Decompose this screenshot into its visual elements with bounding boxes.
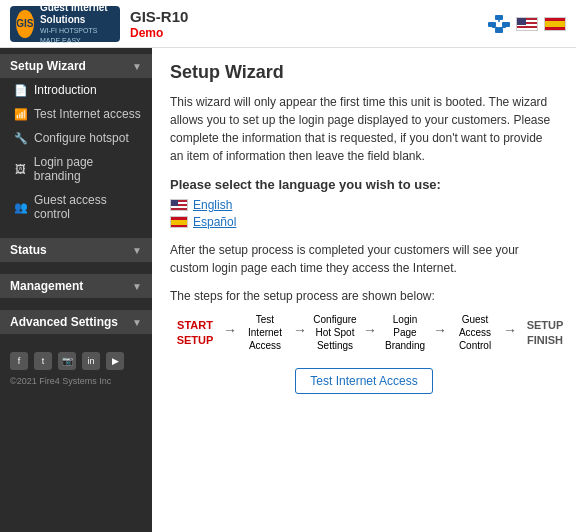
- svg-line-6: [499, 27, 506, 28]
- steps-flow: STARTSETUP → TestInternetAccess → Config…: [170, 313, 558, 352]
- sidebar-section-setup: Setup Wizard ▼ 📄 Introduction 📶 Test Int…: [0, 48, 152, 232]
- after-text: After the setup process is completed you…: [170, 241, 558, 277]
- image-icon: 🖼: [14, 163, 28, 175]
- device-name: GIS-R10: [130, 8, 188, 25]
- logo-text: Guest Internet Solutions WI-FI HOTSPOTS …: [40, 2, 114, 45]
- header: GIS Guest Internet Solutions WI-FI HOTSP…: [0, 0, 576, 48]
- english-link[interactable]: English: [193, 198, 232, 212]
- youtube-icon[interactable]: ▶: [106, 352, 124, 370]
- sidebar-section-management: Management ▼: [0, 268, 152, 304]
- sidebar-item-configure-hotspot[interactable]: 🔧 Configure hotspot: [0, 126, 152, 150]
- copyright-text: ©2021 Fire4 Systems Inc: [10, 376, 142, 386]
- header-icons: [488, 15, 566, 33]
- step-start-label: STARTSETUP: [177, 318, 214, 347]
- chevron-down-icon: ▼: [132, 317, 142, 328]
- sidebar-item-guest-access[interactable]: 👥 Guest access control: [0, 188, 152, 226]
- wrench-icon: 🔧: [14, 132, 28, 145]
- sidebar: Setup Wizard ▼ 📄 Introduction 📶 Test Int…: [0, 48, 152, 532]
- sidebar-title-management[interactable]: Management ▼: [0, 274, 152, 298]
- facebook-icon[interactable]: f: [10, 352, 28, 370]
- twitter-icon[interactable]: t: [34, 352, 52, 370]
- sidebar-item-test-internet[interactable]: 📶 Test Internet access: [0, 102, 152, 126]
- sidebar-title-setup[interactable]: Setup Wizard ▼: [0, 54, 152, 78]
- instagram-icon[interactable]: 📷: [58, 352, 76, 370]
- page-title: Setup Wizard: [170, 62, 558, 83]
- arrow-1: →: [223, 322, 237, 344]
- main-content: Setup Wizard This wizard will only appea…: [152, 48, 576, 532]
- flag-espanol-icon: [170, 216, 188, 228]
- step-test-label: TestInternetAccess: [248, 313, 282, 352]
- step-configure-hotspot: ConfigureHot SpotSettings: [310, 313, 360, 352]
- wifi-icon: 📶: [14, 108, 28, 121]
- device-mode: Demo: [130, 26, 163, 40]
- sidebar-section-status: Status ▼: [0, 232, 152, 268]
- chevron-down-icon: ▼: [132, 281, 142, 292]
- step-guest-access: GuestAccessControl: [450, 313, 500, 352]
- logo-icon: GIS: [16, 10, 34, 38]
- step-configure-label: ConfigureHot SpotSettings: [313, 313, 356, 352]
- svg-rect-3: [495, 28, 503, 33]
- step-login-branding: LoginPageBranding: [380, 313, 430, 352]
- steps-label: The steps for the setup process are show…: [170, 289, 558, 303]
- sidebar-item-introduction[interactable]: 📄 Introduction: [0, 78, 152, 102]
- document-icon: 📄: [14, 84, 28, 97]
- layout: Setup Wizard ▼ 📄 Introduction 📶 Test Int…: [0, 48, 576, 532]
- test-btn-container: Test Internet Access: [170, 368, 558, 394]
- header-left: GIS Guest Internet Solutions WI-FI HOTSP…: [10, 6, 188, 42]
- svg-line-5: [492, 27, 499, 28]
- arrow-5: →: [503, 322, 517, 344]
- arrow-4: →: [433, 322, 447, 344]
- flag-es[interactable]: [544, 17, 566, 31]
- sidebar-footer: f t 📷 in ▶ ©2021 Fire4 Systems Inc: [0, 340, 152, 394]
- linkedin-icon[interactable]: in: [82, 352, 100, 370]
- chevron-down-icon: ▼: [132, 245, 142, 256]
- test-internet-access-button[interactable]: Test Internet Access: [295, 368, 432, 394]
- step-test-internet: TestInternetAccess: [240, 313, 290, 352]
- description-text: This wizard will only appear the first t…: [170, 93, 558, 165]
- sidebar-title-status[interactable]: Status ▼: [0, 238, 152, 262]
- chevron-down-icon: ▼: [132, 61, 142, 72]
- espanol-link[interactable]: Español: [193, 215, 236, 229]
- lang-espanol[interactable]: Español: [170, 215, 558, 229]
- svg-rect-1: [488, 22, 496, 27]
- lang-prompt: Please select the language you wish to u…: [170, 177, 558, 192]
- users-icon: 👥: [14, 201, 28, 214]
- step-guest-label: GuestAccessControl: [459, 313, 491, 352]
- sidebar-section-advanced: Advanced Settings ▼: [0, 304, 152, 340]
- flag-us[interactable]: [516, 17, 538, 31]
- flag-english-icon: [170, 199, 188, 211]
- social-icons: f t 📷 in ▶: [10, 352, 142, 370]
- network-icon[interactable]: [488, 15, 510, 33]
- sidebar-item-login-branding[interactable]: 🖼 Login page branding: [0, 150, 152, 188]
- step-login-label: LoginPageBranding: [385, 313, 425, 352]
- lang-english[interactable]: English: [170, 198, 558, 212]
- logo: GIS Guest Internet Solutions WI-FI HOTSP…: [10, 6, 120, 42]
- step-start: STARTSETUP: [170, 318, 220, 347]
- arrow-3: →: [363, 322, 377, 344]
- svg-rect-2: [502, 22, 510, 27]
- step-finish-label: SETUPFINISH: [527, 318, 564, 347]
- sidebar-title-advanced[interactable]: Advanced Settings ▼: [0, 310, 152, 334]
- svg-rect-0: [495, 15, 503, 20]
- arrow-2: →: [293, 322, 307, 344]
- device-info: GIS-R10 Demo: [130, 8, 188, 40]
- step-finish: SETUPFINISH: [520, 318, 570, 347]
